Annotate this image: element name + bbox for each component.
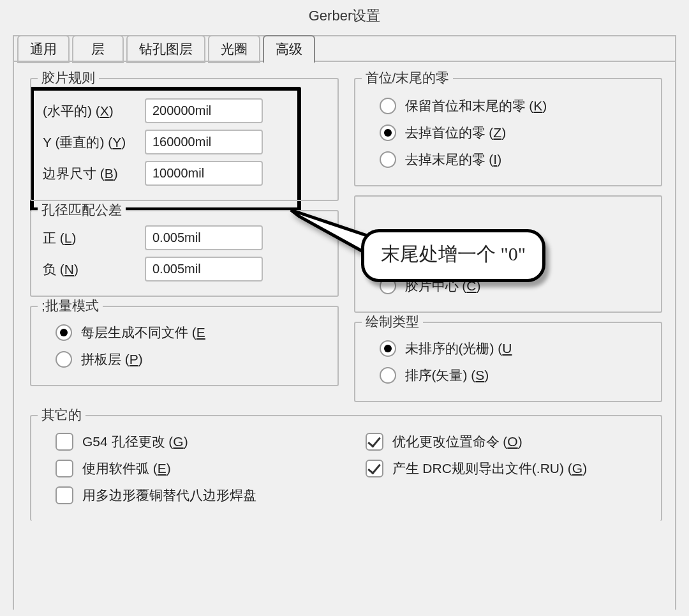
film-x-label: (水平的) (X) (43, 102, 145, 120)
group-drawtype-title: 绘制类型 (362, 313, 423, 331)
radio-icon (380, 151, 396, 168)
radio-icon (380, 367, 396, 384)
tol-pos-label: 正 (L) (43, 229, 145, 247)
window-title: Gerber设置 (0, 0, 689, 35)
group-others: 其它的 G54 孔径更改 (G) 使用软件弧 (E) 用多边形覆铜替代八边形焊盘 (30, 415, 662, 521)
tab-layers[interactable]: 层 (72, 35, 124, 63)
batch-opt-panel[interactable]: 拼板层 (P) (56, 350, 326, 368)
zeros-keep[interactable]: 保留首位和末尾的零 (K) (380, 97, 650, 115)
advanced-content: 末尾处增一个 "0" 胶片规则 (水平的) (X) Y (垂直的) (Y) (14, 64, 675, 536)
tol-neg-input[interactable] (145, 257, 263, 282)
radio-icon (380, 124, 396, 141)
film-b-label: 边界尺寸 (B) (43, 165, 145, 183)
film-y-label: Y (垂直的) (Y) (43, 133, 145, 151)
batch-opt-separate[interactable]: 每层生成不同文件 (E (56, 324, 326, 342)
film-x-input[interactable] (145, 98, 263, 123)
tab-general[interactable]: 通用 (17, 35, 70, 63)
tab-advanced[interactable]: 高级 (263, 35, 315, 63)
group-others-title: 其它的 (38, 406, 85, 424)
tab-strip: 通用 层 钻孔图层 光圈 高级 (14, 35, 675, 63)
callout: 末尾处增一个 "0" (361, 229, 545, 282)
tol-pos-input[interactable] (145, 225, 263, 250)
tol-neg-label: 负 (N) (43, 260, 145, 278)
group-film-title: 胶片规则 (38, 69, 99, 87)
checkbox-icon (56, 460, 73, 477)
group-batch: ;批量模式 每层生成不同文件 (E 拼板层 (P) (30, 306, 339, 386)
group-film: 胶片规则 (水平的) (X) Y (垂直的) (Y) (30, 78, 339, 201)
zeros-strip-leading[interactable]: 去掉首位的零 (Z) (380, 124, 650, 142)
drawtype-raster[interactable]: 未排序的(光栅) (U (380, 340, 650, 357)
tabstrip-divider (14, 61, 675, 62)
radio-icon (380, 98, 396, 114)
tab-drill[interactable]: 钻孔图层 (126, 35, 205, 63)
chk-g54[interactable]: G54 孔径更改 (G) (56, 433, 340, 451)
checkbox-icon (366, 433, 383, 451)
chk-optimize-pos[interactable]: 优化更改位置命令 (O) (366, 433, 650, 451)
zeros-strip-trailing[interactable]: 去掉末尾的零 (I) (380, 151, 650, 169)
group-batch-title: ;批量模式 (38, 297, 103, 315)
checkbox-icon (56, 486, 73, 504)
checkbox-icon (366, 460, 383, 477)
radio-icon (56, 351, 72, 368)
callout-text: 末尾处增一个 "0" (361, 229, 545, 282)
chk-polygon-pad[interactable]: 用多边形覆铜替代八边形焊盘 (56, 486, 340, 504)
group-drawtype: 绘制类型 未排序的(光栅) (U 排序(矢量) (S) (354, 322, 663, 402)
film-b-input[interactable] (145, 161, 263, 186)
radio-icon (380, 340, 396, 357)
chk-drc-export[interactable]: 产生 DRC规则导出文件(.RU) (G) (366, 460, 650, 477)
group-zeros: 首位/末尾的零 保留首位和末尾的零 (K) 去掉首位的零 (Z) 去掉末尾的零 … (354, 78, 663, 186)
film-y-input[interactable] (145, 130, 263, 154)
drawtype-vector[interactable]: 排序(矢量) (S) (380, 366, 650, 384)
settings-panel: 通用 层 钻孔图层 光圈 高级 末尾处增一个 "0" 胶片规则 (水平的) (X… (13, 35, 676, 610)
group-zeros-title: 首位/末尾的零 (362, 69, 454, 87)
checkbox-icon (56, 433, 73, 451)
chk-softarc[interactable]: 使用软件弧 (E) (56, 460, 340, 477)
radio-icon (56, 324, 72, 341)
tab-aperture[interactable]: 光圈 (208, 35, 260, 63)
group-tolerance-title: 孔径匹配公差 (38, 201, 126, 219)
